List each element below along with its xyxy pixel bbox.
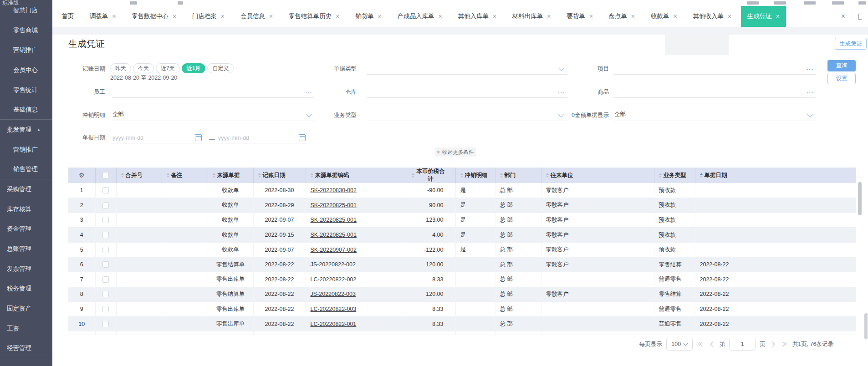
tab-item[interactable]: 生成凭证× [741,6,786,27]
source-code-link[interactable]: SK-20220830-002 [311,187,357,193]
source-code-link[interactable]: SK-20220825-001 [311,202,357,208]
gear-icon[interactable]: ⚙ [79,172,85,179]
checkbox[interactable] [102,217,109,223]
generate-voucher-button[interactable]: 生成凭证 [835,38,867,50]
tab-close-icon[interactable]: × [776,13,780,20]
quick-date-button[interactable]: 近1月 [182,63,206,73]
sort-icon[interactable] [500,173,503,178]
tab-close-icon[interactable]: × [674,13,677,20]
tab-close-icon[interactable]: × [221,13,225,20]
tab-item[interactable]: 盘点单× [602,6,642,27]
sidebar-item[interactable]: 营销推广 [0,40,52,60]
prev-page-button[interactable] [708,341,715,348]
tab-close-icon[interactable]: × [728,13,731,20]
sidebar-item[interactable]: 经营管理 [0,339,52,359]
tab-item[interactable]: 零售结算单历史× [282,6,346,27]
source-code-link[interactable]: LC-20220822-002 [311,276,357,283]
tab-item[interactable]: 产成品入库单× [391,6,449,27]
tab-item[interactable]: 销货单× [349,6,388,27]
doc-date-start-input[interactable]: yyyy-mm-dd [112,131,204,143]
zero-amount-select[interactable]: 全部 [613,109,816,121]
first-page-button[interactable] [697,341,704,348]
tab-close-icon[interactable]: × [173,13,176,20]
tab-close-icon[interactable]: × [336,13,339,20]
vertical-scrollbar-thumb[interactable] [858,182,862,215]
sort-icon[interactable] [412,173,414,178]
next-page-button[interactable] [770,341,777,348]
employee-input[interactable]: ··· [112,86,314,98]
source-code-link[interactable]: LC-20220822-001 [311,321,357,327]
tab-close-icon[interactable]: × [112,13,116,20]
sidebar-item[interactable]: 零售商城 [0,20,52,41]
tab-close-icon[interactable]: × [439,13,442,20]
quick-date-button[interactable]: 近7天 [156,63,180,73]
sidebar-item[interactable]: 总账管理 [0,239,52,259]
sort-icon[interactable] [659,173,662,178]
source-code-link[interactable]: JS-20220822-002 [311,261,356,268]
sidebar-item[interactable]: 销售管理 [0,160,52,180]
select-all-checkbox[interactable] [102,172,109,178]
settings-button[interactable]: 设置 [827,73,856,84]
goods-input[interactable]: ··· [613,86,816,98]
tab-close-icon[interactable]: × [547,13,551,20]
sidebar-item[interactable]: 库存核算 [0,199,52,219]
tab-item[interactable]: 要货单× [560,6,599,27]
tab-item[interactable]: 收款单× [644,6,684,27]
tab-item[interactable]: 调拨单× [83,6,123,27]
calendar-icon[interactable] [195,134,202,141]
tab-item[interactable]: 其他收入单× [686,6,738,27]
more-icon[interactable]: ··· [807,90,814,95]
sort-icon[interactable] [121,173,124,178]
tab-close-icon[interactable]: × [269,13,273,20]
tab-close-icon[interactable]: × [493,13,496,20]
last-page-button[interactable] [781,341,788,348]
quick-date-button[interactable]: 今天 [133,63,154,73]
source-code-link[interactable]: JS-20220822-003 [311,291,356,297]
tab-item[interactable]: 材料出库单× [506,6,557,27]
checkbox[interactable] [102,321,109,327]
query-button[interactable]: 查询 [827,60,856,71]
checkbox[interactable] [102,276,109,283]
checkbox[interactable] [102,247,109,253]
sidebar-item[interactable]: 基础信息 [0,100,52,120]
sidebar-item[interactable]: 营销推广 [0,140,52,160]
sort-icon[interactable] [213,173,215,178]
sort-icon[interactable] [546,173,549,178]
per-page-select[interactable]: 100 [666,338,693,351]
quick-date-button[interactable]: 昨天 [110,63,131,73]
sidebar-item[interactable]: 固定资产 [0,299,52,319]
quick-date-button[interactable]: 自定义 [207,63,234,73]
sort-icon[interactable] [167,173,169,178]
tab-item[interactable]: 会员信息× [234,6,279,27]
sidebar-item[interactable]: 零售统计 [0,80,52,100]
source-code-link[interactable]: SK-20220825-001 [311,232,357,238]
source-code-link[interactable]: SK-20220825-001 [311,217,357,223]
sidebar-item[interactable]: 税务管理 [0,279,52,299]
sort-icon[interactable] [460,173,463,178]
tab-item[interactable]: 首页 [55,6,80,27]
doc-date-end-input[interactable]: yyyy-mm-dd [217,131,307,143]
tab-item[interactable]: 门店档案× [186,6,231,27]
collapse-filters-button[interactable]: « 收起更多条件 [435,147,476,157]
sort-icon[interactable] [700,173,703,178]
tab-item[interactable]: 零售数据中心× [125,6,183,27]
checkbox[interactable] [102,291,109,297]
window-scrollbar-thumb[interactable] [864,313,868,339]
project-input[interactable]: ··· [613,62,816,75]
source-code-link[interactable]: LC-20220822-003 [311,306,357,312]
sidebar-item[interactable]: 批发管理▲ [0,120,52,140]
sort-icon[interactable] [311,173,313,178]
tab-close-icon[interactable]: × [631,13,635,20]
tab-item[interactable]: 其他入库单× [451,6,503,27]
tab-close-icon[interactable]: × [378,13,382,20]
checkbox[interactable] [102,232,109,238]
warehouse-input[interactable]: ··· [367,86,567,98]
sidebar-item[interactable]: 发票管理 [0,259,52,279]
more-icon[interactable]: ··· [807,67,814,72]
expand-tabs-icon[interactable] [858,14,862,20]
doc-type-select[interactable] [367,62,567,75]
checkbox[interactable] [102,306,109,312]
checkbox[interactable] [102,202,109,208]
checkbox[interactable] [102,187,109,193]
sidebar-item[interactable]: 采购管理 [0,179,52,199]
